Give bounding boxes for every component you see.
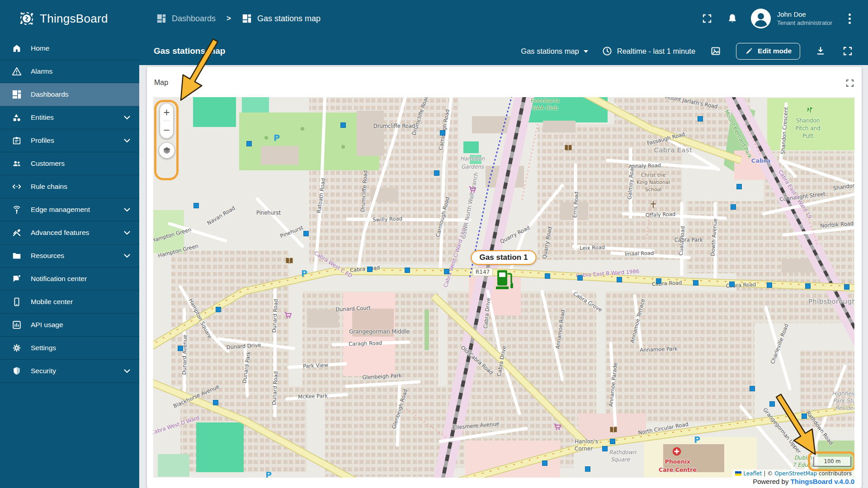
sidebar-item-home[interactable]: Home (0, 37, 139, 60)
map-data-point (805, 283, 811, 289)
map-data-point (767, 282, 772, 288)
entities-icon (12, 113, 22, 122)
map-data-point (434, 170, 439, 176)
gas-station-marker[interactable] (495, 267, 514, 295)
widget-expand-button[interactable] (844, 78, 855, 89)
map-data-point (729, 282, 735, 287)
fullscreen-button[interactable] (700, 12, 714, 25)
map-data-point (736, 184, 742, 189)
sidebar-item-label: Customers (31, 160, 65, 168)
settings-icon (12, 343, 22, 353)
expand-icon (844, 78, 855, 89)
map-data-point (340, 122, 346, 128)
user-menu[interactable]: John Doe Tenant administrator (751, 9, 832, 28)
map-data-point (545, 273, 550, 279)
sidebar-item-api-usage[interactable]: API usage (0, 314, 139, 337)
user-name: John Doe (777, 10, 832, 19)
sidebar-item-customers[interactable]: Customers (0, 152, 139, 175)
sidebar-item-dashboards[interactable]: Dashboards (0, 83, 139, 106)
notifications-button[interactable] (726, 12, 739, 25)
map-scale: 100 m (813, 457, 851, 467)
sidebar-item-alarms[interactable]: Alarms (0, 60, 139, 83)
layers-button[interactable] (159, 143, 175, 158)
powered-by: Powered by ThingsBoard v.4.0.0 (753, 478, 854, 485)
chevron-down-icon (124, 367, 130, 375)
brand-name: ThingsBoard (40, 12, 108, 26)
mobile-icon (12, 297, 22, 307)
sidebar-item-label: API usage (31, 321, 63, 329)
zoom-out-button[interactable]: − (160, 121, 173, 138)
map-data-point (178, 346, 183, 351)
map-data-point (750, 386, 755, 391)
sidebar-item-settings[interactable]: Settings (0, 337, 139, 360)
page-title: Gas stations map (154, 46, 225, 56)
map-data-point (769, 401, 775, 407)
header-actions: John Doe Tenant administrator (700, 9, 868, 28)
zoom-control: + − (160, 103, 173, 138)
sidebar-item-notification-center[interactable]: Notification center (0, 267, 139, 291)
sidebar-item-security[interactable]: Security (0, 360, 139, 383)
map-data-point (440, 130, 445, 136)
chevron-down-icon (124, 229, 130, 237)
leaflet-link[interactable]: Leaflet (743, 470, 762, 477)
fullscreen-icon (702, 13, 712, 24)
dashboard-select[interactable]: Gas stations map (521, 47, 588, 56)
sidebar-item-mobile-center[interactable]: Mobile center (0, 291, 139, 314)
sidebar-item-profiles[interactable]: Profiles (0, 129, 139, 152)
map-data-point (610, 439, 615, 444)
map-data-point (577, 275, 583, 281)
zoom-in-button[interactable]: + (160, 103, 173, 121)
download-button[interactable] (814, 44, 827, 58)
dashboards-icon (12, 89, 22, 99)
brand-logo[interactable]: ThingsBoard (0, 11, 120, 26)
dashboards-icon (156, 14, 166, 23)
sidebar-item-advanced-features[interactable]: Advanced features (0, 221, 139, 244)
clock-icon (602, 46, 613, 56)
sidebar-item-label: Rule chains (31, 183, 67, 191)
sidebar-item-resources[interactable]: Resources (0, 244, 139, 267)
top-header: ThingsBoard Dashboards > Gas stations ma… (0, 0, 868, 37)
map-data-point (602, 446, 608, 451)
map-attribution: Leaflet | © OpenStreetMap contributors (732, 469, 854, 478)
customers-icon (12, 159, 22, 169)
fullscreen-icon (842, 46, 853, 56)
thingsboard-bug-icon (19, 11, 34, 26)
home-icon (12, 43, 22, 53)
more-menu-button[interactable] (844, 12, 855, 26)
sidebar-item-label: Resources (31, 252, 64, 260)
user-role: Tenant administrator (777, 19, 832, 27)
sidebar-item-rule-chains[interactable]: Rule chains (0, 175, 139, 198)
sidebar-item-edge-management[interactable]: Edge management (0, 198, 139, 221)
sidebar-item-label: Profiles (31, 136, 54, 145)
toolbar-actions: Gas stations map Realtime - last 1 minut… (521, 43, 868, 60)
api-icon (12, 320, 22, 330)
sidebar-nav: HomeAlarmsDashboardsEntitiesProfilesCust… (0, 37, 139, 488)
map-data-point (802, 413, 807, 419)
gas-pump-icon (495, 267, 514, 295)
timewindow-button[interactable]: Realtime - last 1 minute (602, 46, 695, 56)
security-icon (12, 366, 22, 376)
edit-mode-button[interactable]: Edit mode (736, 43, 800, 60)
thingsboard-version-link[interactable]: ThingsBoard v.4.0.0 (791, 478, 854, 485)
breadcrumb-current[interactable]: Gas stations map (242, 14, 321, 23)
profiles-icon (12, 136, 22, 145)
map-data-point (303, 231, 309, 236)
user-info: John Doe Tenant administrator (777, 10, 832, 27)
map-data-point (693, 280, 698, 286)
leaflet-map[interactable]: Navan RoadCabra RoadCabra RoadCabra Road… (153, 97, 854, 478)
breadcrumb-dashboards[interactable]: Dashboards (156, 14, 216, 23)
map-data-point (698, 116, 703, 122)
breadcrumb-separator: > (226, 14, 231, 23)
sidebar-item-label: Entities (31, 113, 54, 122)
notification-icon (12, 274, 22, 284)
dashboard-fullscreen-button[interactable] (841, 44, 854, 58)
image-icon (710, 46, 721, 56)
sidebar-item-label: Dashboards (31, 90, 69, 99)
osm-link[interactable]: OpenStreetMap (774, 470, 817, 477)
layers-icon (162, 145, 172, 155)
map-data-point (731, 204, 736, 210)
image-gallery-button[interactable] (709, 44, 722, 58)
sidebar-item-entities[interactable]: Entities (0, 106, 139, 129)
thingsboard-app: ThingsBoard Dashboards > Gas stations ma… (0, 0, 868, 488)
chevron-down-icon (584, 50, 588, 53)
